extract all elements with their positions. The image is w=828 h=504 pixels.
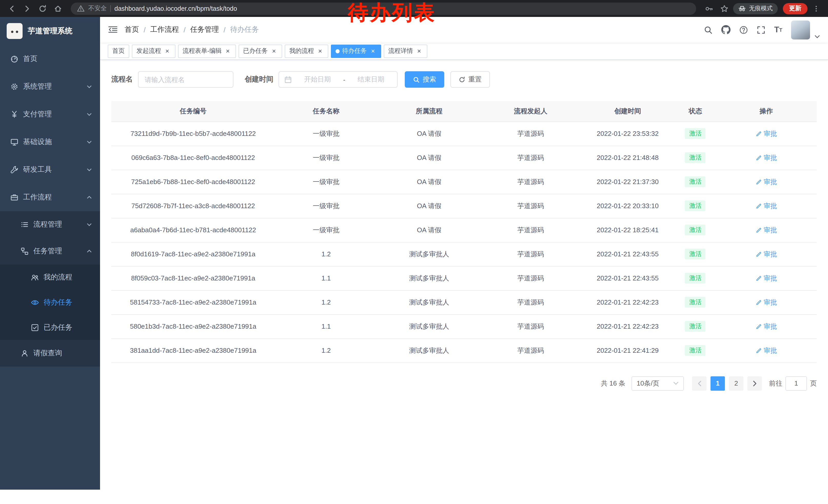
search-button[interactable]: 搜索 [405, 71, 444, 88]
tab[interactable]: 我的流程 × [285, 44, 328, 58]
breadcrumb-home[interactable]: 首页 [125, 25, 139, 34]
address-url: dashboard.yudao.iocoder.cn/bpm/task/todo [114, 5, 237, 12]
list-icon [20, 221, 29, 229]
browser-menu-icon[interactable] [810, 2, 823, 15]
status-badge: 激活 [685, 224, 706, 235]
tab[interactable]: 已办任务 × [239, 44, 282, 58]
cell-process: OA 请假 [377, 146, 481, 170]
approve-link[interactable]: 审批 [755, 249, 777, 259]
tab[interactable]: 发起流程 × [132, 44, 175, 58]
security-warning-label: 不安全 [88, 4, 107, 13]
goto-page-input[interactable] [785, 376, 807, 391]
date-range-picker[interactable]: 开始日期 - 结束日期 [279, 71, 398, 88]
breadcrumb-task-management[interactable]: 任务管理 [190, 25, 219, 34]
check-square-icon [31, 323, 39, 331]
fullscreen-icon[interactable] [757, 26, 765, 34]
sidebar-item-todo-task[interactable]: 待办任务 [0, 290, 100, 315]
help-icon[interactable] [739, 26, 748, 34]
breadcrumb-current: 待办任务 [230, 25, 259, 34]
tab[interactable]: 流程详情 × [384, 44, 427, 58]
sidebar-collapse-icon[interactable] [108, 26, 118, 34]
cell-created-time: 2022-01-21 22:43:55 [580, 242, 675, 266]
next-page-button[interactable] [747, 376, 762, 391]
approve-link[interactable]: 审批 [755, 201, 777, 211]
tab-close-icon[interactable]: × [369, 47, 377, 55]
browser-home-icon[interactable] [51, 2, 65, 15]
tab-close-icon[interactable]: × [317, 47, 324, 55]
sidebar-item-infrastructure[interactable]: 基础设施 [0, 128, 100, 156]
search-button-icon [413, 76, 420, 83]
tab-close-icon[interactable]: × [224, 47, 232, 55]
sidebar-item-home[interactable]: 首页 [0, 45, 100, 73]
dashboard-icon [10, 55, 18, 63]
github-icon[interactable] [721, 25, 731, 34]
browser-forward-icon[interactable] [20, 2, 34, 15]
approve-link[interactable]: 审批 [755, 177, 777, 186]
update-button[interactable]: 更新 [783, 3, 808, 14]
breadcrumb: 首页 / 工作流程 / 任务管理 / 待办任务 [125, 25, 259, 34]
cell-initiator: 芋道源码 [481, 218, 580, 242]
tab[interactable]: 待办任务 × [331, 44, 381, 58]
sidebar-item-label: 支付管理 [23, 110, 52, 119]
tab-close-icon[interactable]: × [271, 47, 278, 55]
bookmark-star-icon[interactable] [718, 2, 731, 15]
cell-action: 审批 [716, 146, 817, 170]
page-button-1[interactable]: 1 [710, 376, 725, 391]
header-row: 任务编号 任务名称 所属流程 流程发起人 创建时间 状态 操作 [111, 101, 817, 122]
cell-action: 审批 [716, 266, 817, 290]
chevron-up-icon [86, 194, 92, 200]
tab-close-icon[interactable]: × [416, 47, 423, 55]
sidebar-item-system[interactable]: 系统管理 [0, 73, 100, 100]
search-icon[interactable] [704, 26, 713, 34]
approve-link[interactable]: 审批 [755, 297, 777, 307]
approve-link[interactable]: 审批 [755, 346, 777, 355]
approve-link[interactable]: 审批 [755, 225, 777, 235]
table-row: 8f0d1619-7ac8-11ec-a9e2-a2380e71991a 1.2… [111, 242, 817, 266]
table-row: a6aba0a4-7b6d-11ec-b781-acde48001122 一级审… [111, 218, 817, 242]
tab[interactable]: 首页 [108, 44, 129, 58]
approve-link[interactable]: 审批 [755, 153, 777, 162]
address-divider [110, 5, 111, 12]
reset-button[interactable]: 重置 [450, 71, 490, 88]
process-name-input[interactable] [138, 71, 234, 88]
tab-close-icon[interactable]: × [164, 47, 171, 55]
approve-link[interactable]: 审批 [755, 129, 777, 138]
cell-task-name: 1.2 [275, 242, 377, 266]
cell-process: OA 请假 [377, 122, 481, 146]
page-size-select[interactable]: 10条/页 [631, 376, 684, 391]
user-avatar[interactable] [791, 20, 810, 39]
sidebar-item-task-management[interactable]: 任务管理 [0, 238, 100, 265]
page-button-2[interactable]: 2 [729, 376, 743, 391]
sidebar-item-done-task[interactable]: 已办任务 [0, 315, 100, 340]
sidebar-item-process-management[interactable]: 流程管理 [0, 211, 100, 238]
tab[interactable]: 流程表单-编辑 × [178, 44, 236, 58]
sidebar-item-workflow[interactable]: 工作流程 [0, 184, 100, 211]
app-frame: 芋道管理系统 首页 系统管理 [0, 17, 828, 504]
sidebar-item-leave-query[interactable]: 请假查询 [0, 340, 100, 367]
sidebar-item-dev-tools[interactable]: 研发工具 [0, 156, 100, 184]
cell-task-name: 一级审批 [275, 170, 377, 194]
end-date-placeholder: 结束日期 [350, 75, 392, 84]
font-size-icon[interactable]: TT [774, 26, 782, 34]
browser-refresh-icon[interactable] [36, 2, 49, 15]
sidebar-item-payment[interactable]: 支付管理 [0, 100, 100, 128]
tab-label: 流程表单-编辑 [182, 47, 222, 55]
sidebar-item-my-process[interactable]: 我的流程 [0, 265, 100, 290]
breadcrumb-workflow[interactable]: 工作流程 [150, 25, 179, 34]
cell-task-id: 75d72608-7b7f-11ec-a3c8-acde48001122 [111, 194, 275, 218]
avatar-caret-icon[interactable] [815, 35, 820, 38]
cell-action: 审批 [716, 242, 817, 266]
approve-link[interactable]: 审批 [755, 274, 777, 283]
goto-label: 前往 [769, 379, 782, 388]
password-key-icon[interactable] [702, 2, 716, 15]
cell-action: 审批 [716, 218, 817, 242]
sidebar-logo[interactable]: 芋道管理系统 [0, 17, 100, 45]
prev-page-button[interactable] [692, 376, 706, 391]
sidebar-item-label: 基础设施 [23, 137, 52, 147]
reset-button-label: 重置 [468, 75, 482, 84]
browser-back-icon[interactable] [5, 2, 18, 15]
filter-name-label: 流程名 [111, 75, 133, 84]
chevron-down-icon [86, 222, 92, 228]
approve-link[interactable]: 审批 [755, 322, 777, 331]
cell-action: 审批 [716, 122, 817, 146]
